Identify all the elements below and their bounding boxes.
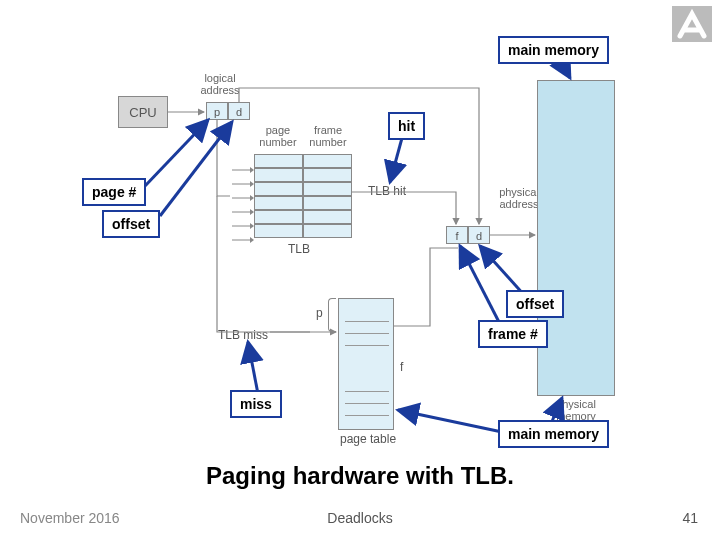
- callout-offset-right: offset: [506, 290, 564, 318]
- page-table-label: page table: [340, 432, 396, 446]
- frame-number-label: frame number: [305, 124, 351, 148]
- logical-d-cell: d: [228, 102, 250, 120]
- callout-miss: miss: [230, 390, 282, 418]
- cpu-block: CPU: [118, 96, 168, 128]
- svg-marker-10: [250, 223, 254, 229]
- physical-memory-label: physical memory: [544, 398, 608, 422]
- logical-p-cell: p: [206, 102, 228, 120]
- callout-page-number: page #: [82, 178, 146, 206]
- page-table-f-label: f: [400, 360, 403, 374]
- callout-main-memory-top: main memory: [498, 36, 609, 64]
- page-table-p-label: p: [316, 306, 323, 320]
- svg-marker-4: [250, 181, 254, 187]
- slide-caption: Paging hardware with TLB.: [0, 462, 720, 490]
- physical-memory-block: [537, 80, 615, 396]
- tlb-miss-label: TLB miss: [218, 328, 268, 342]
- callout-offset-left: offset: [102, 210, 160, 238]
- tlb-hit-label: TLB hit: [368, 184, 406, 198]
- svg-line-19: [480, 246, 525, 296]
- svg-marker-6: [250, 195, 254, 201]
- svg-line-18: [160, 122, 232, 216]
- footer-topic: Deadlocks: [0, 510, 720, 526]
- tlb-label: TLB: [288, 242, 310, 256]
- physical-d-cell: d: [468, 226, 490, 244]
- tlb-row-arrow: [232, 230, 254, 248]
- callout-main-memory-bottom: main memory: [498, 420, 609, 448]
- physical-f-cell: f: [446, 226, 468, 244]
- svg-marker-8: [250, 209, 254, 215]
- institution-logo: [672, 6, 712, 46]
- page-number-label: page number: [255, 124, 301, 148]
- footer-page-number: 41: [682, 510, 698, 526]
- callout-frame-number: frame #: [478, 320, 548, 348]
- callout-hit: hit: [388, 112, 425, 140]
- svg-marker-12: [250, 237, 254, 243]
- svg-marker-2: [250, 167, 254, 173]
- svg-line-23: [398, 410, 502, 432]
- svg-line-21: [248, 342, 258, 394]
- logical-address-label: logical address: [196, 72, 244, 96]
- page-table-block: [338, 298, 394, 430]
- svg-line-20: [460, 246, 500, 324]
- tlb-table: [254, 154, 352, 238]
- svg-line-16: [390, 138, 402, 182]
- svg-line-17: [145, 120, 208, 186]
